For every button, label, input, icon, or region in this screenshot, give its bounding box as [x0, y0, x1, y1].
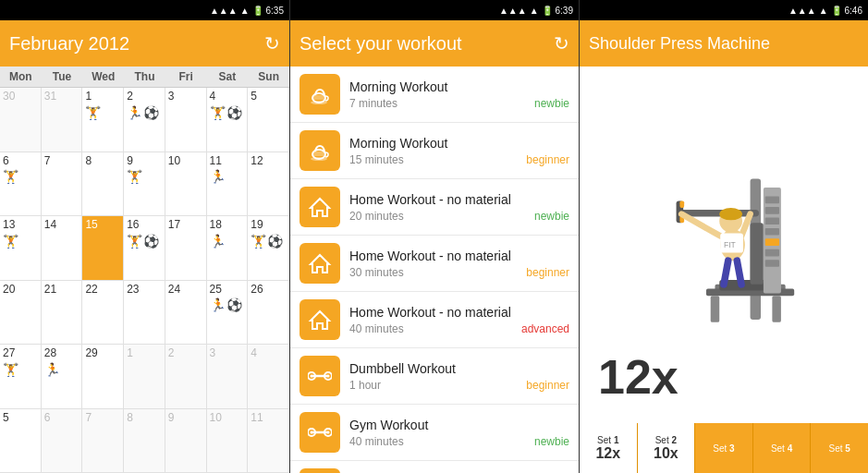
calendar-workout-icon: 🏃 [210, 298, 226, 311]
calendar-cell[interactable]: 12 [248, 152, 289, 217]
workout-thumb-icon [300, 299, 340, 340]
battery-icon: 🔋 [252, 6, 263, 16]
calendar-workout-icon: ⚽ [143, 106, 159, 119]
svg-line-46 [681, 214, 720, 236]
calendar-cell[interactable]: 6🏋 [0, 152, 42, 217]
set-value: 10x [654, 445, 679, 462]
calendar-cell[interactable]: 3 [207, 345, 249, 409]
calendar-cell[interactable]: 7 [82, 409, 124, 474]
set-tab[interactable]: Set 112x [580, 423, 638, 473]
calendar-cell[interactable]: 2🏃⚽ [124, 88, 165, 152]
wifi-icon-2: ▲ [530, 6, 539, 16]
workout-duration: 7 minutes [349, 97, 397, 110]
workout-level-badge: newbie [534, 210, 569, 223]
calendar-cell[interactable]: 9🏋 [124, 152, 165, 217]
calendar-cell[interactable]: 18🏃 [207, 216, 249, 281]
workout-info: Morning Workout7 minutesnewbie [349, 79, 569, 110]
workout-list-item[interactable]: Home Workout - no material40 minutesadva… [290, 292, 579, 348]
set-tab[interactable]: Set 5 [811, 423, 868, 473]
calendar-cell[interactable]: 28🏃 [42, 345, 83, 409]
workout-list-item[interactable]: Morning Workout7 minutesnewbie [290, 67, 579, 123]
calendar-cell[interactable]: 11🏃 [207, 152, 249, 217]
workout-list-item[interactable]: Gym Workout1 hourbeginner [290, 461, 579, 473]
set-tab[interactable]: Set 210x [638, 423, 696, 473]
workout-level-badge: beginner [526, 266, 569, 279]
set-label: Set 3 [713, 443, 734, 454]
workout-list-item[interactable]: Home Workout - no material30 minutesbegi… [290, 236, 579, 292]
calendar-cell[interactable]: 30 [0, 88, 42, 152]
calendar-cell[interactable]: 16🏋⚽ [124, 216, 165, 281]
workout-list-item[interactable]: Dumbbell Workout1 hourbeginner [290, 348, 579, 405]
refresh-icon-2[interactable]: ↻ [554, 32, 569, 55]
calendar-cell[interactable]: 5 [248, 88, 289, 152]
calendar-cell[interactable]: 14 [42, 216, 83, 281]
workout-info: Morning Workout15 minutesbeginner [349, 135, 569, 166]
calendar-cell[interactable]: 27🏋 [0, 345, 42, 409]
calendar-cell[interactable]: 2 [165, 345, 207, 409]
workout-list-item[interactable]: Morning Workout15 minutesbeginner [290, 123, 579, 179]
calendar-cell[interactable]: 19🏋⚽ [248, 216, 289, 281]
calendar-cell[interactable]: 26 [248, 281, 289, 346]
calendar-cell[interactable]: 8 [124, 409, 165, 474]
workout-name: Home Workout - no material [349, 248, 569, 264]
calendar-cell[interactable]: 5 [0, 409, 42, 474]
workout-duration: 40 minutes [349, 435, 404, 448]
calendar-cell[interactable]: 13🏋 [0, 216, 42, 281]
wifi-icon: ▲ [240, 6, 250, 16]
svg-marker-6 [311, 199, 329, 216]
calendar-cell[interactable]: 22 [82, 281, 124, 346]
time-display-2: 6:39 [556, 6, 573, 16]
calendar-cell[interactable]: 29 [82, 345, 124, 409]
workout-list-item[interactable]: Gym Workout40 minutesnewbie [290, 405, 579, 461]
workout-list-panel: ▲▲▲ ▲ 🔋 6:39 Select your workout ↻ Morni… [289, 0, 579, 473]
calendar-day-number: 14 [44, 218, 56, 233]
calendar-cell[interactable]: 10 [165, 152, 207, 217]
calendar-cell[interactable]: 11 [248, 409, 289, 474]
workout-info: Home Workout - no material30 minutesbegi… [349, 248, 569, 279]
calendar-cell[interactable]: 4🏋⚽ [207, 88, 249, 152]
calendar-cell[interactable]: 10 [207, 409, 249, 474]
calendar-cell[interactable]: 31 [42, 88, 83, 152]
calendar-workout-icon: 🏋 [3, 170, 18, 183]
calendar-cell[interactable]: 1🏋 [82, 88, 124, 152]
calendar-cell[interactable]: 23 [124, 281, 165, 346]
workout-list-item[interactable]: Home Workout - no material20 minutesnewb… [290, 179, 579, 236]
calendar-day-number: 9 [127, 154, 133, 169]
svg-rect-27 [711, 296, 720, 322]
svg-rect-4 [312, 152, 325, 156]
battery-icon-3: 🔋 [831, 6, 842, 16]
calendar-cell[interactable]: 6 [42, 409, 83, 474]
calendar-cell[interactable]: 9 [165, 409, 207, 474]
svg-rect-37 [765, 249, 779, 257]
workout-thumb-icon [300, 412, 340, 453]
sets-bar[interactable]: Set 112xSet 210xSet 3Set 4Set 5 [580, 423, 868, 473]
status-icons-2: ▲▲▲ ▲ 🔋 6:39 [499, 6, 573, 16]
calendar-cell[interactable]: 17 [165, 216, 207, 281]
set-tab[interactable]: Set 3 [695, 423, 753, 473]
calendar-cell[interactable]: 1 [124, 345, 165, 409]
calendar-header: February 2012 ↻ [0, 20, 289, 67]
workout-list-scroll[interactable]: Morning Workout7 minutesnewbie Morning W… [290, 67, 579, 473]
calendar-cell[interactable]: 21 [42, 281, 83, 346]
calendar-cell[interactable]: 15 [82, 216, 124, 281]
refresh-icon[interactable]: ↻ [264, 32, 280, 55]
calendar-workout-icon: ⚽ [143, 235, 159, 248]
calendar-day-number: 29 [85, 346, 97, 361]
calendar-workout-icon: 🏋 [3, 235, 18, 248]
calendar-cell[interactable]: 24 [165, 281, 207, 346]
svg-marker-7 [311, 255, 329, 273]
calendar-cell[interactable]: 7 [42, 152, 83, 217]
workout-meta: 15 minutesbeginner [349, 153, 569, 166]
calendar-day-number: 16 [127, 218, 139, 233]
calendar-cell[interactable]: 20 [0, 281, 42, 346]
set-tab[interactable]: Set 4 [753, 423, 812, 473]
calendar-cell[interactable]: 8 [82, 152, 124, 217]
set-label: Set 2 [655, 435, 677, 445]
calendar-cell[interactable]: 3 [165, 88, 207, 152]
calendar-cell[interactable]: 25🏃⚽ [207, 281, 249, 346]
workout-level-badge: beginner [526, 379, 569, 392]
svg-line-49 [737, 261, 741, 285]
calendar-day-number: 6 [44, 411, 51, 426]
calendar-cell[interactable]: 4 [248, 345, 289, 409]
calendar-day-number: 3 [168, 90, 175, 104]
